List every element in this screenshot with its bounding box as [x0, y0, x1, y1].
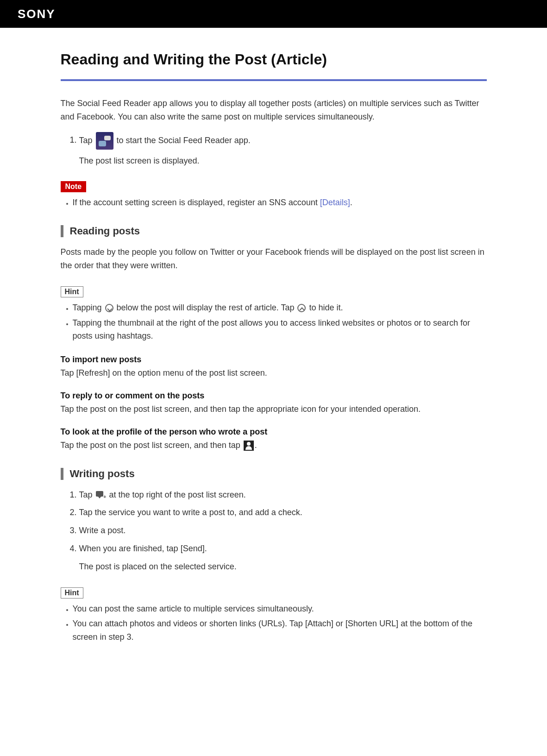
collapse-up-icon	[297, 304, 306, 312]
reading-hint-1: Tapping below the post will display the …	[73, 301, 487, 315]
reply-para: Tap the post on the post list screen, an…	[61, 403, 487, 416]
intro-steps: Tap to start the Social Feed Reader app.…	[61, 132, 487, 168]
profile-icon	[244, 441, 254, 451]
profile-heading: To look at the profile of the person who…	[61, 427, 487, 437]
hint1-c: to hide it.	[307, 303, 343, 312]
writing-step-4: When you are finished, tap [Send]. The p…	[79, 542, 487, 573]
header-bar: SONY	[0, 0, 547, 28]
step1-text-pre: Tap	[79, 135, 95, 145]
note-item-pre: If the account setting screen is display…	[73, 198, 320, 207]
step1-subtext: The post list screen is displayed.	[79, 154, 487, 168]
wstep1-post: at the top right of the post list screen…	[107, 490, 246, 499]
note-item-post: .	[350, 198, 352, 207]
reading-hint-2: Tapping the thumbnail at the right of th…	[73, 316, 487, 343]
import-heading: To import new posts	[61, 355, 487, 365]
intro-paragraph: The Social Feed Reader app allows you to…	[61, 97, 487, 124]
writing-hint-list: You can post the same article to multipl…	[61, 602, 487, 644]
writing-hint-1: You can post the same article to multipl…	[73, 602, 487, 616]
hint-label-writing: Hint	[61, 587, 83, 598]
wstep4-a: When you are finished, tap [Send].	[79, 544, 207, 553]
reading-hint-list: Tapping below the post will display the …	[61, 301, 487, 343]
note-label: Note	[61, 181, 87, 192]
wstep4-b: The post is placed on the selected servi…	[79, 560, 487, 573]
writing-step-1: Tap at the top right of the post list sc…	[79, 488, 487, 502]
reading-posts-para: Posts made by the people you follow on T…	[61, 246, 487, 272]
hint1-b: below the post will display the rest of …	[114, 303, 297, 312]
main-container: Reading and Writing the Post (Article) T…	[61, 28, 487, 674]
writing-steps: Tap at the top right of the post list sc…	[61, 488, 487, 573]
reply-heading: To reply to or comment on the posts	[61, 391, 487, 401]
sony-logo: SONY	[18, 7, 56, 21]
writing-hint-2: You can attach photos and videos or shor…	[73, 617, 487, 644]
details-link[interactable]: [Details]	[320, 198, 350, 207]
social-feed-app-icon	[96, 132, 113, 150]
import-para: Tap [Refresh] on the option menu of the …	[61, 366, 487, 380]
hint1-a: Tapping	[73, 303, 104, 312]
note-item: If the account setting screen is display…	[73, 196, 487, 209]
reading-posts-heading: Reading posts	[61, 225, 487, 237]
profile-para: Tap the post on the post list screen, an…	[61, 439, 487, 452]
hint-label-reading: Hint	[61, 286, 83, 297]
note-list: If the account setting screen is display…	[61, 196, 487, 209]
writing-step-3: Write a post.	[79, 524, 487, 537]
compose-post-icon	[96, 491, 106, 499]
page-title: Reading and Writing the Post (Article)	[61, 51, 487, 68]
wstep1-pre: Tap	[79, 490, 95, 499]
writing-step-2: Tap the service you want to write a post…	[79, 506, 487, 519]
title-divider	[61, 79, 487, 81]
writing-posts-heading: Writing posts	[61, 468, 487, 480]
intro-step-1: Tap to start the Social Feed Reader app.…	[79, 132, 487, 168]
profile-para-pre: Tap the post on the post list screen, an…	[61, 441, 243, 450]
expand-down-icon	[105, 304, 113, 312]
step1-text-post: to start the Social Feed Reader app.	[114, 135, 251, 145]
profile-para-post: .	[255, 441, 257, 450]
